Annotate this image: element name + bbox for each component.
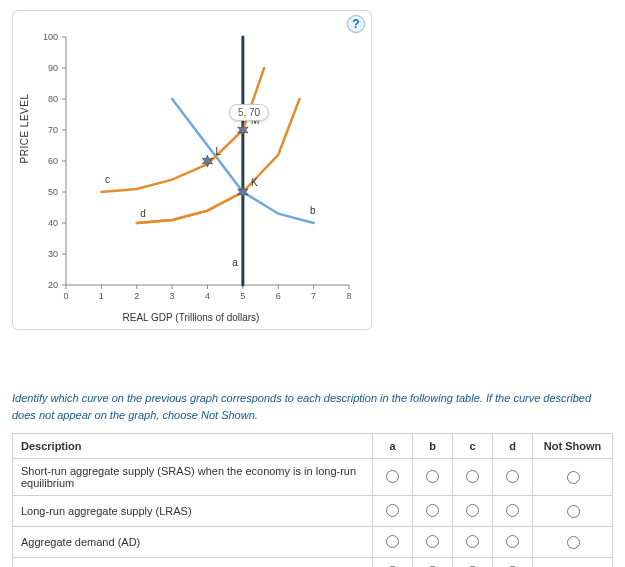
- svg-text:90: 90: [48, 63, 58, 73]
- chart-area: 0123456782030405060708090100abcdKLM PRIC…: [21, 19, 361, 319]
- radio-input[interactable]: [426, 504, 439, 517]
- svg-text:4: 4: [205, 291, 210, 301]
- th-choice-b: b: [413, 434, 453, 459]
- row-description: Aggregate demand (AD): [13, 527, 373, 558]
- point-tooltip: 5, 70: [229, 104, 269, 121]
- radio-input[interactable]: [386, 470, 399, 483]
- instructions-text: Identify which curve on the previous gra…: [12, 390, 613, 423]
- svg-text:3: 3: [170, 291, 175, 301]
- th-choice-c: c: [453, 434, 493, 459]
- x-axis-label: REAL GDP (Trillions of dollars): [21, 312, 361, 323]
- choice-not-shown: [533, 527, 613, 558]
- table-row: Aggregate demand (AD): [13, 527, 613, 558]
- row-description: Short-run aggregate supply (SRAS) when t…: [13, 459, 373, 496]
- radio-input[interactable]: [506, 470, 519, 483]
- svg-text:50: 50: [48, 187, 58, 197]
- choice-c: [453, 459, 493, 496]
- th-description: Description: [13, 434, 373, 459]
- chart-panel: ? 0123456782030405060708090100abcdKLM PR…: [12, 10, 372, 330]
- svg-text:d: d: [140, 208, 146, 219]
- radio-input[interactable]: [567, 471, 580, 484]
- radio-input[interactable]: [506, 535, 519, 548]
- choice-not-shown: [533, 558, 613, 568]
- table-row: Short-run aggregate supply (SRAS) when t…: [13, 558, 613, 568]
- svg-text:c: c: [105, 174, 110, 185]
- choice-d: [493, 558, 533, 568]
- choice-a: [373, 496, 413, 527]
- choice-b: [413, 558, 453, 568]
- svg-text:a: a: [232, 257, 238, 268]
- svg-text:20: 20: [48, 280, 58, 290]
- radio-input[interactable]: [466, 504, 479, 517]
- svg-text:2: 2: [134, 291, 139, 301]
- radio-input[interactable]: [386, 504, 399, 517]
- choice-c: [453, 527, 493, 558]
- choice-d: [493, 496, 533, 527]
- choice-a: [373, 459, 413, 496]
- svg-text:1: 1: [99, 291, 104, 301]
- radio-input[interactable]: [466, 470, 479, 483]
- choice-a: [373, 558, 413, 568]
- question-tbody: Short-run aggregate supply (SRAS) when t…: [13, 459, 613, 568]
- svg-text:0: 0: [63, 291, 68, 301]
- choice-not-shown: [533, 459, 613, 496]
- table-row: Short-run aggregate supply (SRAS) when t…: [13, 459, 613, 496]
- row-description: Short-run aggregate supply (SRAS) when t…: [13, 558, 373, 568]
- radio-input[interactable]: [567, 505, 580, 518]
- choice-a: [373, 527, 413, 558]
- choice-d: [493, 459, 533, 496]
- svg-text:6: 6: [276, 291, 281, 301]
- svg-text:b: b: [310, 205, 316, 216]
- th-choice-d: d: [493, 434, 533, 459]
- svg-text:70: 70: [48, 125, 58, 135]
- svg-text:40: 40: [48, 218, 58, 228]
- choice-d: [493, 527, 533, 558]
- radio-input[interactable]: [386, 535, 399, 548]
- choice-not-shown: [533, 496, 613, 527]
- svg-text:100: 100: [43, 32, 58, 42]
- radio-input[interactable]: [466, 535, 479, 548]
- th-choice-a: a: [373, 434, 413, 459]
- chart-svg: 0123456782030405060708090100abcdKLM: [21, 19, 361, 319]
- radio-input[interactable]: [567, 536, 580, 549]
- svg-text:30: 30: [48, 249, 58, 259]
- choice-b: [413, 527, 453, 558]
- svg-text:L: L: [216, 146, 222, 157]
- row-description: Long-run aggregate supply (LRAS): [13, 496, 373, 527]
- radio-input[interactable]: [426, 470, 439, 483]
- choice-c: [453, 558, 493, 568]
- table-row: Long-run aggregate supply (LRAS): [13, 496, 613, 527]
- choice-c: [453, 496, 493, 527]
- svg-text:5: 5: [240, 291, 245, 301]
- y-axis-label: PRICE LEVEL: [19, 94, 30, 164]
- svg-text:60: 60: [48, 156, 58, 166]
- svg-text:K: K: [251, 177, 258, 188]
- question-table: Description a b c d Not Shown Short-run …: [12, 433, 613, 567]
- th-not-shown: Not Shown: [533, 434, 613, 459]
- svg-text:80: 80: [48, 94, 58, 104]
- svg-text:7: 7: [311, 291, 316, 301]
- choice-b: [413, 459, 453, 496]
- radio-input[interactable]: [426, 535, 439, 548]
- choice-b: [413, 496, 453, 527]
- radio-input[interactable]: [506, 504, 519, 517]
- svg-text:8: 8: [346, 291, 351, 301]
